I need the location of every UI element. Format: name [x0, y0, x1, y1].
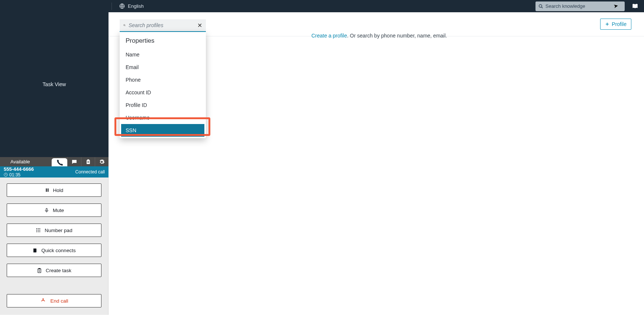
- language-selector[interactable]: English: [119, 3, 144, 9]
- dropdown-item-username[interactable]: Username: [120, 111, 206, 124]
- hold-label: Hold: [53, 188, 64, 193]
- helper-text: Create a profile. Or search by phone num…: [311, 33, 447, 39]
- svg-point-8: [36, 228, 37, 229]
- mute-button[interactable]: Mute: [7, 203, 101, 217]
- call-banner: 555-444-6666 01:35 Connected call: [0, 166, 109, 177]
- chat-icon: [71, 159, 77, 165]
- topbar-divider: [111, 3, 112, 10]
- profile-btn-label: Profile: [612, 21, 627, 27]
- svg-point-16: [39, 231, 40, 232]
- knowledge-search[interactable]: [535, 1, 625, 11]
- svg-rect-5: [46, 189, 47, 192]
- knowledge-search-input[interactable]: [546, 3, 622, 9]
- call-number: 555-444-6666: [4, 166, 34, 172]
- phone-icon: [56, 159, 63, 166]
- svg-rect-3: [87, 162, 89, 163]
- quick-connects-button[interactable]: Quick connects: [7, 244, 101, 257]
- task-label: Create task: [46, 268, 71, 273]
- svg-rect-7: [46, 208, 47, 211]
- phone-tab[interactable]: [52, 158, 67, 166]
- hangup-icon: [40, 298, 46, 303]
- call-controls: Hold Mute Number pad Quick connects Crea…: [0, 177, 109, 315]
- search-profiles-input[interactable]: [129, 22, 194, 28]
- svg-point-15: [38, 231, 39, 232]
- clipboard-icon: [85, 159, 91, 164]
- end-call-button[interactable]: End call: [7, 294, 101, 307]
- dropdown-item-profile-id[interactable]: Profile ID: [120, 99, 206, 111]
- properties-dropdown: Properties Name Email Phone Account ID P…: [120, 32, 206, 138]
- svg-point-9: [38, 228, 39, 229]
- svg-rect-2: [87, 161, 89, 162]
- task-view-label: Task View: [0, 0, 109, 157]
- svg-point-1: [539, 4, 542, 7]
- numpad-button[interactable]: Number pad: [7, 224, 101, 237]
- quick-label: Quick connects: [41, 248, 75, 253]
- gear-icon: [99, 159, 105, 165]
- dropdown-item-phone[interactable]: Phone: [120, 74, 206, 86]
- dropdown-item-name[interactable]: Name: [120, 48, 206, 61]
- pause-icon: [45, 188, 49, 193]
- svg-rect-6: [48, 189, 49, 192]
- create-task-button[interactable]: Create task: [7, 264, 101, 277]
- knowledge-icon[interactable]: [631, 3, 639, 10]
- main-content: Profile Create a profile. Or search by p…: [109, 12, 644, 315]
- dialpad-icon: [36, 228, 41, 233]
- search-profiles-field[interactable]: ✕: [120, 19, 206, 32]
- svg-point-18: [124, 25, 125, 26]
- dropdown-item-ssn[interactable]: SSN: [121, 124, 204, 137]
- phonebook-icon: [32, 248, 38, 253]
- agent-status[interactable]: Available: [0, 157, 52, 166]
- call-status: Connected call: [75, 169, 105, 175]
- search-profiles-container: ✕: [120, 19, 206, 32]
- plus-icon: [605, 22, 609, 26]
- sidebar: Task View Available 555-444-6666 01:35: [0, 0, 109, 315]
- numpad-label: Number pad: [45, 228, 72, 233]
- svg-point-10: [39, 228, 40, 229]
- dropdown-item-account-id[interactable]: Account ID: [120, 86, 206, 99]
- mute-label: Mute: [53, 208, 64, 213]
- settings-tab[interactable]: [95, 157, 109, 166]
- helper-suffix: . Or search by phone number, name, email…: [347, 33, 447, 39]
- search-icon: [538, 4, 543, 9]
- hold-button[interactable]: Hold: [7, 183, 101, 197]
- status-row: Available: [0, 157, 109, 166]
- dropdown-heading: Properties: [120, 36, 206, 48]
- svg-point-13: [39, 230, 40, 231]
- call-timer: 01:35: [4, 172, 34, 177]
- language-label: English: [128, 3, 144, 9]
- svg-point-11: [36, 230, 37, 231]
- svg-point-12: [38, 230, 39, 231]
- mic-icon: [44, 208, 49, 213]
- svg-point-14: [36, 231, 37, 232]
- clock-icon: [4, 173, 8, 177]
- task-tab[interactable]: [81, 157, 95, 166]
- end-label: End call: [50, 298, 68, 304]
- status-tabs: [52, 157, 109, 166]
- call-timer-value: 01:35: [9, 172, 20, 177]
- search-icon: [123, 22, 126, 28]
- clear-search-icon[interactable]: ✕: [197, 22, 202, 29]
- dropdown-item-email[interactable]: Email: [120, 61, 206, 74]
- create-profile-link[interactable]: Create a profile: [311, 33, 347, 39]
- task-clipboard-icon: [37, 268, 42, 273]
- chat-tab[interactable]: [67, 157, 81, 166]
- add-profile-button[interactable]: Profile: [600, 19, 631, 30]
- globe-icon: [119, 3, 125, 9]
